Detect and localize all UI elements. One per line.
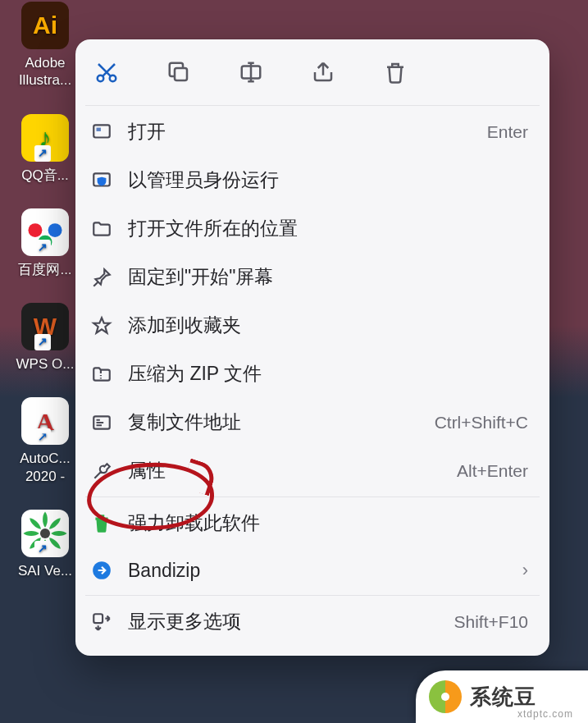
- watermark-logo-icon: [429, 680, 462, 713]
- shield-icon: [90, 169, 113, 192]
- shortcut-arrow-icon: ↗: [34, 428, 51, 445]
- desktop-icon-illustrator[interactable]: Ai Adobe Illustra...: [4, 2, 86, 89]
- desktop-icon-sai[interactable]: ↗ SAI Ve...: [4, 510, 86, 579]
- rename-button[interactable]: [231, 53, 271, 92]
- menu-item-properties[interactable]: 属性 Alt+Enter: [75, 446, 549, 495]
- desktop-icon-label: WPS O...: [4, 355, 86, 373]
- shortcut-arrow-icon: ↗: [34, 145, 51, 162]
- svg-point-1: [48, 223, 62, 237]
- menu-item-label: 添加到收藏夹: [128, 313, 528, 338]
- zip-icon: [90, 363, 113, 386]
- folder-icon: [90, 217, 113, 240]
- svg-point-4: [98, 76, 104, 82]
- wrench-icon: [90, 460, 113, 483]
- menu-item-label: 属性: [128, 458, 457, 483]
- menu-item-zip[interactable]: 压缩为 ZIP 文件: [75, 350, 549, 398]
- menu-item-open[interactable]: 打开 Enter: [75, 108, 549, 156]
- menu-item-shortcut: Enter: [487, 122, 528, 142]
- copy-path-icon: [90, 411, 113, 434]
- menu-item-label: 压缩为 ZIP 文件: [128, 361, 528, 387]
- svg-rect-6: [175, 68, 187, 80]
- pin-icon: [90, 266, 113, 289]
- menu-item-label: 以管理员身份运行: [128, 167, 528, 193]
- illustrator-icon: Ai: [21, 2, 69, 49]
- menu-item-label: Bandizip: [128, 560, 514, 582]
- shortcut-arrow-icon: ↗: [34, 541, 51, 557]
- desktop-icon-label: SAI Ve...: [4, 562, 86, 579]
- menu-item-copy-path[interactable]: 复制文件地址 Ctrl+Shift+C: [75, 398, 549, 446]
- more-icon: [90, 611, 113, 634]
- svg-point-3: [40, 529, 50, 538]
- shortcut-arrow-icon: ↗: [34, 240, 51, 256]
- menu-item-label: 打开文件所在的位置: [128, 216, 528, 241]
- menu-item-shortcut: Shift+F10: [454, 612, 528, 632]
- svg-point-5: [110, 76, 116, 82]
- desktop-icon-baidu[interactable]: ↗ 百度网...: [4, 208, 86, 278]
- wps-icon: W ↗: [21, 303, 69, 350]
- menu-item-label: 固定到"开始"屏幕: [128, 264, 528, 290]
- menu-separator: [85, 595, 540, 596]
- sai-icon: ↗: [21, 510, 69, 557]
- svg-rect-9: [97, 127, 101, 130]
- rename-icon: [239, 60, 263, 85]
- menu-item-run-admin[interactable]: 以管理员身份运行: [75, 156, 549, 204]
- menu-item-label: 显示更多选项: [128, 609, 454, 634]
- context-menu: 打开 Enter 以管理员身份运行 打开文件所在的位置 固定到"开始"屏幕 添加…: [75, 39, 549, 656]
- menu-item-pin-start[interactable]: 固定到"开始"屏幕: [75, 253, 549, 301]
- menu-item-uninstall[interactable]: 强力卸载此软件: [75, 499, 549, 547]
- qqmusic-icon: ♪ ↗: [21, 114, 69, 162]
- star-icon: [90, 314, 113, 337]
- desktop-icon-label: QQ音...: [4, 167, 86, 184]
- menu-item-label: 复制文件地址: [128, 410, 435, 435]
- menu-item-bandizip[interactable]: Bandizip ›: [75, 547, 549, 593]
- share-icon: [311, 60, 335, 85]
- svg-rect-13: [93, 614, 103, 623]
- bandizip-icon: [90, 559, 113, 582]
- svg-point-0: [28, 223, 42, 237]
- share-button[interactable]: [303, 53, 343, 92]
- cut-icon: [94, 60, 119, 85]
- menu-item-label: 强力卸载此软件: [128, 510, 528, 536]
- menu-item-label: 打开: [128, 119, 487, 144]
- uninstall-icon: [90, 512, 113, 535]
- copy-button[interactable]: [159, 53, 198, 92]
- desktop-icon-wps[interactable]: W ↗ WPS O...: [4, 303, 86, 373]
- menu-item-add-favorite[interactable]: 添加到收藏夹: [75, 301, 549, 350]
- desktop-icon-qqmusic[interactable]: ♪ ↗ QQ音...: [4, 114, 86, 184]
- menu-item-shortcut: Ctrl+Shift+C: [435, 413, 528, 432]
- shortcut-arrow-icon: ↗: [34, 334, 51, 350]
- menu-separator: [85, 105, 540, 106]
- baidu-icon: ↗: [21, 208, 69, 256]
- desktop-icon-label: AutoC... 2020 -: [4, 450, 86, 485]
- delete-icon: [383, 60, 408, 85]
- watermark-text: 系统豆: [470, 683, 536, 712]
- desktop-icon-label: Adobe Illustra...: [4, 54, 86, 89]
- menu-item-open-location[interactable]: 打开文件所在的位置: [75, 204, 549, 253]
- watermark: 系统豆 xtdptc.com: [416, 670, 588, 723]
- menu-separator: [85, 496, 540, 497]
- desktop-icon-autocad[interactable]: A ↗ AutoC... 2020 -: [4, 397, 86, 485]
- open-icon: [90, 121, 113, 144]
- context-toolbar: [75, 48, 549, 103]
- delete-button[interactable]: [376, 53, 415, 92]
- menu-item-more-options[interactable]: 显示更多选项 Shift+F10: [75, 597, 549, 646]
- svg-rect-8: [93, 125, 110, 137]
- cut-button[interactable]: [87, 53, 126, 92]
- chevron-right-icon: ›: [522, 560, 528, 581]
- copy-icon: [166, 60, 191, 85]
- desktop-icon-label: 百度网...: [4, 261, 86, 278]
- autocad-icon: A ↗: [21, 397, 69, 445]
- watermark-sub: xtdptc.com: [517, 708, 573, 720]
- menu-item-shortcut: Alt+Enter: [457, 461, 528, 481]
